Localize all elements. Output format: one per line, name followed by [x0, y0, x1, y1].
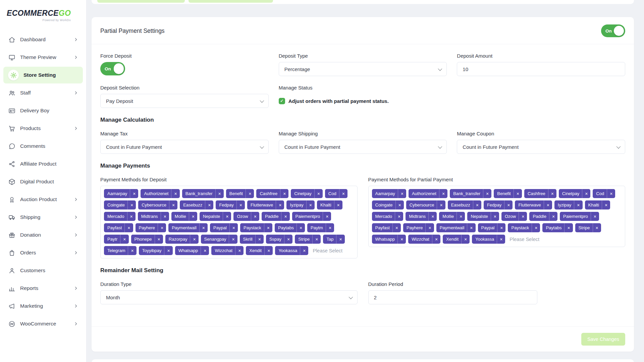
tags-placeholder[interactable]: Please Select	[507, 237, 539, 242]
tag-remove-icon[interactable]: ×	[229, 237, 237, 242]
partial-payment-master-toggle[interactable]: On	[601, 24, 625, 37]
tag-remove-icon[interactable]: ×	[582, 191, 590, 196]
tag-remove-icon[interactable]: ×	[497, 225, 505, 231]
tag-remove-icon[interactable]: ×	[565, 225, 573, 231]
sidebar-item-orders[interactable]: Orders	[3, 244, 83, 261]
force-deposit-toggle[interactable]: On	[100, 62, 125, 75]
tag-remove-icon[interactable]: ×	[398, 237, 406, 242]
tag-remove-icon[interactable]: ×	[125, 225, 133, 231]
tag-remove-icon[interactable]: ×	[155, 237, 163, 242]
tag-remove-icon[interactable]: ×	[190, 237, 198, 242]
sidebar-item-customers[interactable]: Customers	[3, 262, 83, 279]
tag-remove-icon[interactable]: ×	[127, 214, 136, 219]
sidebar-item-delivery-boy[interactable]: Delivery Boy	[3, 102, 83, 119]
tag-remove-icon[interactable]: ×	[339, 191, 347, 196]
sidebar-item-auction-product[interactable]: Auction Product	[3, 191, 83, 208]
save-changes-button[interactable]: Save Changes	[581, 333, 625, 346]
tag-remove-icon[interactable]: ×	[205, 202, 213, 208]
tag-remove-icon[interactable]: ×	[497, 237, 505, 242]
sidebar-item-shipping[interactable]: Shipping	[3, 209, 83, 226]
tags-placeholder[interactable]: Please Select	[311, 248, 342, 253]
manage-shipping-select[interactable]: Count in Future Payment	[279, 140, 447, 154]
sidebar-item-products[interactable]: Products	[3, 120, 83, 137]
tag-remove-icon[interactable]: ×	[230, 225, 238, 231]
manage-status-checkbox[interactable]	[279, 98, 285, 104]
sidebar-item-staff[interactable]: Staff	[3, 84, 83, 101]
duration-type-select[interactable]: Month	[100, 290, 358, 304]
tag-remove-icon[interactable]: ×	[549, 214, 557, 219]
tag-remove-icon[interactable]: ×	[246, 191, 254, 196]
manage-coupon-select[interactable]: Count in Future Payment	[457, 140, 625, 154]
tag-remove-icon[interactable]: ×	[130, 191, 138, 196]
tag-remove-icon[interactable]: ×	[544, 202, 552, 208]
tag-remove-icon[interactable]: ×	[326, 225, 334, 231]
tag-remove-icon[interactable]: ×	[284, 237, 292, 242]
tag-remove-icon[interactable]: ×	[519, 214, 527, 219]
tag-remove-icon[interactable]: ×	[256, 237, 264, 242]
tag-remove-icon[interactable]: ×	[437, 202, 445, 208]
tag-remove-icon[interactable]: ×	[216, 191, 224, 196]
sidebar-item-woocommerce[interactable]: WooCommerce	[3, 315, 83, 332]
tag-remove-icon[interactable]: ×	[593, 225, 601, 231]
tag-remove-icon[interactable]: ×	[514, 191, 522, 196]
tag-remove-icon[interactable]: ×	[591, 214, 599, 219]
tag-remove-icon[interactable]: ×	[548, 191, 556, 196]
tag-remove-icon[interactable]: ×	[120, 237, 128, 242]
tag-remove-icon[interactable]: ×	[223, 214, 231, 219]
tag-remove-icon[interactable]: ×	[504, 202, 513, 208]
tag-remove-icon[interactable]: ×	[398, 191, 406, 196]
tag-remove-icon[interactable]: ×	[602, 202, 610, 208]
tag-remove-icon[interactable]: ×	[171, 191, 179, 196]
tag-remove-icon[interactable]: ×	[323, 214, 331, 219]
tag-remove-icon[interactable]: ×	[297, 225, 305, 231]
partial-methods-multiselect[interactable]: Aamarpay×Authorizenet×Bank_transfer×Bene…	[368, 186, 626, 247]
sidebar-item-reports[interactable]: Reports	[3, 280, 83, 297]
tag-remove-icon[interactable]: ×	[164, 248, 172, 253]
cutoff-button-2[interactable]	[189, 0, 273, 3]
sidebar-item-donation[interactable]: Donation	[3, 227, 83, 243]
tag-remove-icon[interactable]: ×	[300, 248, 308, 253]
tag-remove-icon[interactable]: ×	[200, 225, 208, 231]
deposit-amount-input[interactable]	[457, 62, 625, 76]
tag-remove-icon[interactable]: ×	[395, 214, 403, 219]
tag-remove-icon[interactable]: ×	[276, 202, 284, 208]
sidebar-item-marketing[interactable]: Marketing	[3, 298, 83, 314]
sidebar-item-store-setting[interactable]: Store Setting	[3, 67, 83, 83]
deposit-selection-select[interactable]: Pay Deposit	[100, 94, 269, 108]
tag-remove-icon[interactable]: ×	[607, 191, 615, 196]
tag-remove-icon[interactable]: ×	[457, 214, 465, 219]
tag-remove-icon[interactable]: ×	[189, 214, 197, 219]
tag-remove-icon[interactable]: ×	[169, 202, 177, 208]
tag-remove-icon[interactable]: ×	[264, 225, 272, 231]
tag-remove-icon[interactable]: ×	[393, 225, 401, 231]
tag-remove-icon[interactable]: ×	[467, 225, 475, 231]
tag-remove-icon[interactable]: ×	[235, 248, 244, 253]
deposit-type-select[interactable]: Percentage	[279, 62, 447, 76]
tag-remove-icon[interactable]: ×	[574, 202, 582, 208]
tag-remove-icon[interactable]: ×	[315, 191, 323, 196]
sidebar-item-comments[interactable]: Comments	[3, 138, 83, 155]
brand-logo[interactable]: ECOMMERCEGO Powered by WorkDo	[7, 9, 71, 22]
tag-remove-icon[interactable]: ×	[280, 191, 288, 196]
tag-remove-icon[interactable]: ×	[307, 202, 315, 208]
tag-remove-icon[interactable]: ×	[473, 202, 481, 208]
tag-remove-icon[interactable]: ×	[251, 214, 259, 219]
deposit-methods-multiselect[interactable]: Aamarpay×Authorizenet×Bank_transfer×Bene…	[100, 186, 358, 258]
tag-remove-icon[interactable]: ×	[313, 237, 321, 242]
tag-remove-icon[interactable]: ×	[491, 214, 499, 219]
tag-remove-icon[interactable]: ×	[265, 248, 273, 253]
tag-remove-icon[interactable]: ×	[128, 248, 136, 253]
sidebar-item-dashboard[interactable]: Dashboard	[3, 31, 83, 48]
duration-period-input[interactable]	[368, 290, 537, 304]
tag-remove-icon[interactable]: ×	[429, 214, 437, 219]
tag-remove-icon[interactable]: ×	[336, 237, 344, 242]
tag-remove-icon[interactable]: ×	[483, 191, 491, 196]
tag-remove-icon[interactable]: ×	[396, 202, 404, 208]
manage-tax-select[interactable]: Count in Future Payment	[100, 140, 269, 154]
tag-remove-icon[interactable]: ×	[426, 225, 434, 231]
tag-remove-icon[interactable]: ×	[237, 202, 245, 208]
tag-remove-icon[interactable]: ×	[158, 225, 166, 231]
tag-remove-icon[interactable]: ×	[532, 225, 540, 231]
sidebar-item-affiliate-product[interactable]: Affiliate Product	[3, 156, 83, 172]
tag-remove-icon[interactable]: ×	[462, 237, 470, 242]
